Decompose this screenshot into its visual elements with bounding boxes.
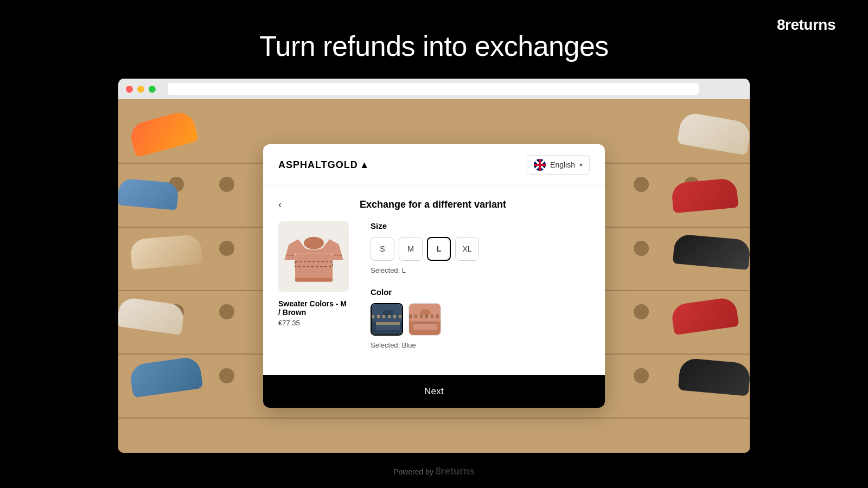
logo-text: ASPHALTGOLD [278,159,358,171]
browser-content: ASPHALTGOLD ▲ English ▾ ‹ Exchange for a… [118,99,750,453]
next-button[interactable]: Next [263,375,605,408]
size-l-button[interactable]: L [427,237,451,261]
modal-overlay: ASPHALTGOLD ▲ English ▾ ‹ Exchange for a… [118,99,750,453]
exchange-modal: ASPHALTGOLD ▲ English ▾ ‹ Exchange for a… [263,144,605,408]
color-selected-text: Selected: Blue [371,341,590,349]
chevron-down-icon: ▾ [579,161,583,169]
browser-maximize-dot[interactable] [149,86,156,93]
svg-rect-13 [413,330,437,332]
back-button[interactable]: ‹ [278,199,282,210]
modal-header: ASPHALTGOLD ▲ English ▾ [263,144,605,186]
modal-footer: Next [263,375,605,408]
svg-point-7 [382,310,393,316]
svg-point-1 [304,236,324,249]
color-blue-swatch[interactable] [371,303,403,336]
blue-sweater-swatch-svg [372,304,403,336]
powered-by-footer: Powered by 8returns [0,466,868,477]
modal-title: Exchange for a different variant [292,199,573,210]
uk-flag-icon [534,159,546,171]
product-area: Sweater Colors - M / Brown €77.35 Size S… [278,221,590,362]
color-options [371,303,590,336]
svg-rect-12 [413,322,437,324]
size-selected-text: Selected: L [371,266,590,274]
powered-by-text: Powered by [393,467,433,476]
color-option-group: Color [371,287,590,349]
svg-rect-8 [376,322,400,325]
language-label: English [550,160,575,169]
product-info: Sweater Colors - M / Brown €77.35 [278,221,349,327]
product-image [278,221,349,292]
size-m-button[interactable]: M [399,237,423,261]
options-area: Size S M L XL Selected: L [371,221,590,362]
asphaltgold-logo: ASPHALTGOLD ▲ [278,159,370,171]
modal-body: ‹ Exchange for a different variant [263,186,605,375]
product-name: Sweater Colors - M / Brown [278,299,349,317]
svg-rect-5 [295,278,333,281]
size-label: Size [371,221,590,230]
size-xl-button[interactable]: XL [455,237,479,261]
hero-title: Turn refunds into exchanges [0,30,868,62]
product-price: €77.35 [278,319,300,327]
browser-chrome [118,79,750,99]
address-bar[interactable] [168,83,699,95]
color-brown-swatch[interactable] [409,303,441,336]
browser-minimize-dot[interactable] [137,86,144,93]
brown-sweater-swatch-svg [409,304,441,336]
color-label: Color [371,287,590,297]
size-s-button[interactable]: S [371,237,394,261]
size-options: S M L XL [371,237,590,261]
browser-window: ASPHALTGOLD ▲ English ▾ ‹ Exchange for a… [118,79,750,453]
sweater-image-svg [283,226,345,288]
svg-point-11 [420,309,431,316]
modal-nav: ‹ Exchange for a different variant [278,199,590,210]
language-selector[interactable]: English ▾ [527,155,590,175]
size-option-group: Size S M L XL Selected: L [371,221,590,274]
browser-close-dot[interactable] [126,86,133,93]
logo-triangle: ▲ [360,159,370,171]
powered-by-brand: 8returns [436,466,475,477]
svg-rect-9 [376,330,400,333]
svg-rect-0 [295,253,333,281]
